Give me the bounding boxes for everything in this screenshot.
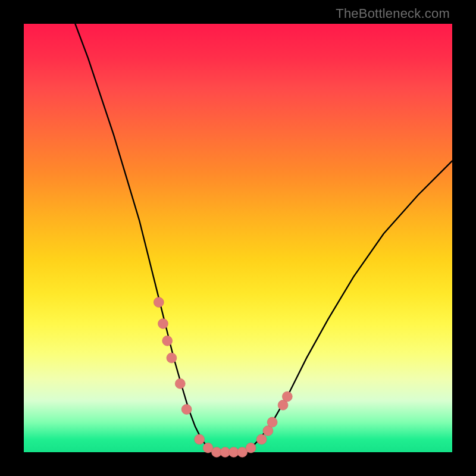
- sample-dot: [267, 417, 277, 427]
- sample-dot: [256, 434, 267, 444]
- sample-dot: [167, 353, 177, 363]
- sample-dot: [158, 319, 168, 329]
- chart-svg: [24, 24, 452, 452]
- sample-dot: [154, 298, 164, 308]
- bottleneck-curve: [75, 24, 452, 452]
- sample-dot: [246, 443, 256, 453]
- sample-dot: [181, 405, 192, 415]
- sample-dot: [175, 378, 185, 389]
- sample-dots-group: [154, 298, 292, 458]
- sample-dot: [195, 434, 205, 444]
- attribution-text: TheBottleneck.com: [336, 6, 450, 21]
- sample-dot: [282, 392, 292, 402]
- chart-container: TheBottleneck.com: [0, 0, 476, 476]
- chart-plot-area: [24, 24, 452, 452]
- sample-dot: [162, 336, 173, 346]
